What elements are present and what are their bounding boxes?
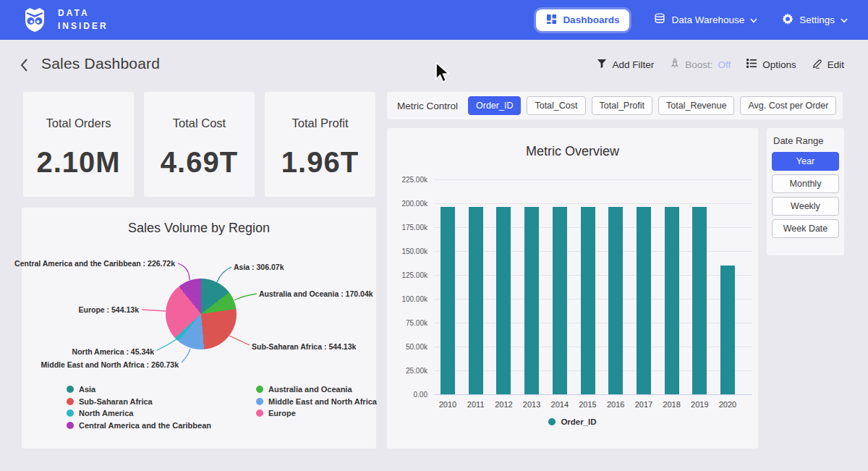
pie-legend-item[interactable]: Europe (256, 409, 377, 417)
pie-label-europe: Europe : 544.13k (79, 305, 139, 314)
date-range-label: Date Range (772, 135, 839, 146)
rocket-icon (670, 58, 680, 71)
gridline (434, 179, 752, 180)
gridline (434, 203, 752, 204)
pie-legend-item[interactable]: Central America and the Caribbean (67, 421, 211, 430)
bar-2012[interactable] (496, 207, 511, 394)
page-title: Sales Dashboard (41, 55, 160, 72)
x-axis-tick: 2016 (601, 400, 630, 409)
back-button[interactable] (19, 58, 33, 74)
gridline (434, 394, 752, 395)
pie-legend: AsiaSub-Saharan AfricaNorth AmericaCentr… (67, 385, 377, 430)
y-axis-tick: 100.00k (387, 295, 427, 303)
metric-chip[interactable]: Total_Cost (527, 96, 585, 115)
kpi-value: 1.96T (265, 146, 375, 179)
x-axis-tick: 2013 (517, 400, 546, 409)
bar-2020[interactable] (720, 266, 735, 394)
metric-chip[interactable]: Avg. Cost per Order (740, 96, 836, 115)
date-range-button[interactable]: Weekly (772, 197, 839, 216)
x-axis-tick: 2015 (574, 400, 603, 409)
bar-2016[interactable] (608, 207, 623, 394)
bar-chart-legend: Order_ID (387, 417, 758, 426)
date-range-panel: Date Range YearMonthlyWeeklyWeek Date (767, 128, 844, 255)
y-axis-tick: 175.00k (387, 224, 427, 232)
boost-label: Boost: (685, 59, 712, 70)
legend-label: Middle East and North Africa (268, 397, 377, 406)
y-axis-tick: 150.00k (387, 247, 427, 255)
pie-label-middle-east-north-africa: Middle East and North Africa : 260.73k (41, 360, 179, 369)
y-axis-tick: 225.00k (387, 176, 427, 184)
owl-logo-icon (20, 4, 49, 36)
bar-2010[interactable] (441, 207, 455, 394)
pie-label-australia-oceania: Australia and Oceania : 170.04k (259, 289, 373, 298)
pie-legend-item[interactable]: North America (67, 409, 211, 417)
brand-logo[interactable]: DATA INSIDER (20, 4, 109, 36)
pie-legend-item[interactable]: Sub-Saharan Africa (67, 397, 211, 406)
bar-2017[interactable] (637, 207, 651, 394)
x-axis-tick: 2017 (629, 400, 658, 409)
legend-label: Sub-Saharan Africa (79, 397, 153, 406)
date-range-button[interactable]: Week Date (772, 219, 839, 238)
pencil-icon (812, 59, 822, 71)
list-options-icon (746, 59, 757, 70)
bar-2019[interactable] (692, 207, 707, 394)
options-button[interactable]: Options (746, 59, 796, 70)
x-axis-tick: 2011 (461, 400, 490, 409)
settings-label: Settings (799, 14, 835, 25)
metric-control-label: Metric Control (397, 101, 458, 111)
dashboards-button[interactable]: Dashboards (536, 9, 629, 31)
kpi-card: Total Profit1.96T (265, 92, 375, 197)
bar-legend-label: Order_ID (561, 417, 596, 426)
x-axis-tick: 2020 (713, 400, 742, 409)
bar-2018[interactable] (665, 207, 679, 394)
kpi-card: Total Orders2.10M (23, 92, 134, 197)
metric-chip-group: Order_IDTotal_CostTotal_ProfitTotal_Reve… (468, 96, 836, 115)
legend-dot (256, 410, 263, 417)
bar-2013[interactable] (524, 207, 539, 394)
y-axis-tick: 50.00k (387, 343, 427, 351)
legend-label: Asia (79, 385, 95, 394)
gear-icon (782, 13, 793, 27)
filter-funnel-icon (597, 59, 607, 71)
legend-dot (256, 398, 263, 405)
legend-dot (67, 410, 74, 417)
date-range-button[interactable]: Year (772, 152, 839, 171)
bar-2015[interactable] (581, 207, 595, 394)
add-filter-button[interactable]: Add Filter (597, 59, 654, 71)
bar-2011[interactable] (469, 207, 483, 394)
date-range-button[interactable]: Monthly (772, 174, 839, 193)
x-axis-tick: 2018 (658, 400, 686, 409)
legend-label: Australia and Oceania (268, 385, 352, 394)
pie-legend-item[interactable]: Australia and Oceania (256, 385, 377, 394)
bar-legend-item: Order_ID (548, 417, 596, 426)
chevron-down-icon (841, 14, 848, 25)
edit-button[interactable]: Edit (812, 59, 844, 71)
y-axis-tick: 200.00k (387, 200, 427, 208)
metric-chip[interactable]: Total_Revenue (658, 96, 734, 115)
metric-chip[interactable]: Total_Profit (592, 96, 653, 115)
page-header: Sales Dashboard Add Filter Boost:Off (0, 52, 868, 81)
pie-legend-item[interactable]: Asia (67, 385, 211, 394)
bar-chart-panel: Metric Overview 225.00k200.00k175.00k150… (387, 128, 758, 449)
kpi-label: Total Orders (23, 116, 134, 130)
bar-chart-title: Metric Overview (387, 128, 758, 159)
legend-dot (67, 398, 74, 405)
add-filter-label: Add Filter (612, 59, 654, 70)
pie-label-sub-saharan-africa: Sub-Saharan Africa : 544.13k (252, 342, 356, 351)
chevron-down-icon (750, 14, 757, 25)
data-warehouse-label: Data Warehouse (671, 14, 744, 25)
pie-legend-item[interactable]: Middle East and North Africa (256, 397, 377, 406)
kpi-label: Total Profit (265, 116, 375, 130)
x-axis-tick: 2010 (433, 400, 462, 409)
metric-control-bar: Metric Control Order_IDTotal_CostTotal_P… (387, 92, 843, 119)
pie-chart[interactable] (166, 279, 237, 349)
data-warehouse-menu[interactable]: Data Warehouse (654, 13, 757, 27)
edit-label: Edit (827, 59, 844, 70)
settings-menu[interactable]: Settings (782, 13, 848, 27)
metric-chip[interactable]: Order_ID (468, 96, 521, 115)
legend-dot (256, 386, 263, 393)
legend-dot (67, 386, 74, 393)
boost-toggle[interactable]: Boost:Off (670, 58, 731, 71)
pie-chart-title: Sales Volume by Region (22, 208, 376, 236)
bar-2014[interactable] (553, 207, 567, 394)
